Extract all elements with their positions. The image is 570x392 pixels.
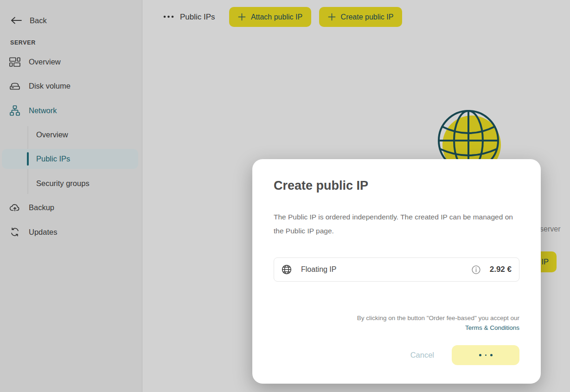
modal-description: The Public IP is ordered independently. …	[274, 210, 520, 238]
modal-title: Create public IP	[274, 178, 519, 193]
modal-actions: Cancel	[274, 345, 519, 365]
option-price: 2.92 €	[490, 265, 512, 274]
loading-dot	[485, 354, 487, 356]
loading-dot	[479, 354, 481, 356]
disclaimer-text: By clicking on the button "Order fee-bas…	[357, 315, 519, 321]
option-label: Floating IP	[301, 265, 336, 274]
terms-link[interactable]: Terms & Conditions	[274, 323, 519, 333]
disclaimer: By clicking on the button "Order fee-bas…	[274, 313, 519, 333]
globe-icon	[282, 264, 292, 275]
info-icon[interactable]	[472, 265, 480, 274]
loading-dot	[490, 354, 493, 356]
order-button-loading[interactable]	[452, 345, 519, 365]
floating-ip-option-row[interactable]: Floating IP 2.92 €	[274, 257, 519, 282]
cancel-button[interactable]: Cancel	[410, 351, 434, 360]
app-root: Back SERVER Overview Disk volume	[0, 0, 570, 392]
create-public-ip-modal: Create public IP The Public IP is ordere…	[252, 159, 541, 384]
